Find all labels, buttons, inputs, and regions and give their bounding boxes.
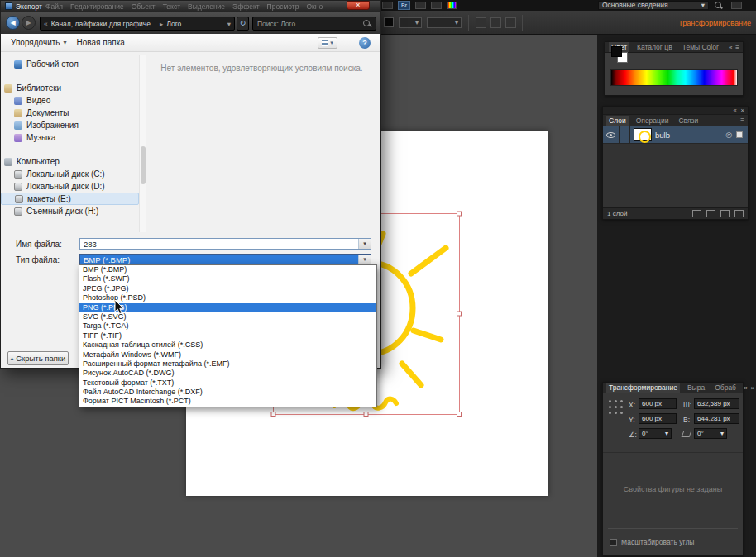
menu-grid-icon[interactable] — [382, 2, 393, 9]
filetype-value[interactable]: BMP (*.BMP) — [80, 255, 358, 264]
cs-live-icon[interactable] — [731, 2, 742, 9]
filetype-option[interactable]: Рисунок AutoCAD (*.DWG) — [79, 369, 376, 378]
transform-panel-link[interactable]: Трансформирование — [678, 19, 751, 27]
shear-dropdown[interactable]: 0° ▾ — [694, 428, 727, 439]
back-button[interactable]: ◀ — [6, 16, 20, 30]
nav-item-disk-d[interactable]: Локальный диск (D:) — [1, 180, 139, 193]
new-folder-button[interactable]: Новая папка — [77, 38, 125, 47]
breadcrumb-root[interactable]: Канал, лайфхаки для графиче... — [51, 20, 156, 28]
nav-scrollbar[interactable] — [139, 55, 146, 232]
width-input[interactable]: 632,589 px — [694, 398, 739, 409]
tab-layers[interactable]: Слои — [606, 116, 629, 126]
filetype-option[interactable]: JPEG (*.JPG) — [79, 284, 376, 293]
target-icon[interactable]: ◎ — [725, 131, 732, 139]
search-icon[interactable] — [715, 2, 722, 9]
filetype-option[interactable]: Метафайл Windows (*.WMF) — [79, 350, 376, 359]
eye-icon[interactable] — [606, 132, 615, 138]
style-dropdown[interactable]: ▾ — [427, 17, 462, 28]
panel-menu-icon[interactable]: ≡ — [735, 44, 739, 51]
collapse-icon[interactable]: « — [744, 384, 747, 392]
nav-item-computer[interactable]: Компьютер — [1, 155, 139, 168]
bridge-icon[interactable]: Br — [398, 1, 410, 10]
scrollbar-thumb[interactable] — [141, 146, 146, 184]
nav-item-pictures[interactable]: Изображения — [1, 119, 139, 131]
screen-mode-icon[interactable] — [431, 2, 442, 9]
filetype-combobox[interactable]: BMP (*.BMP) ▾ — [79, 254, 371, 265]
new-sublayer-icon[interactable] — [706, 210, 715, 217]
workspace-switcher[interactable]: Основные сведения ▾ — [598, 1, 709, 10]
collapse-icon[interactable]: « — [729, 44, 732, 51]
new-layer-icon[interactable] — [720, 210, 730, 217]
layer-row[interactable]: bulb ◎ — [603, 126, 748, 144]
filetype-option[interactable]: Текстовый формат (*.TXT) — [79, 378, 376, 388]
hide-folders-button[interactable]: ▴ Скрыть папки — [7, 351, 69, 365]
nav-item-documents[interactable]: Документы — [1, 107, 139, 119]
tab-color-themes[interactable]: Темы Color — [680, 42, 721, 52]
lock-cell[interactable] — [620, 126, 630, 144]
layer-thumbnail[interactable] — [634, 128, 652, 141]
breadcrumb[interactable]: « Канал, лайфхаки для графиче... ▸ Лого … — [40, 17, 235, 31]
fill-swatch[interactable] — [384, 17, 394, 27]
filetype-option[interactable]: Файл AutoCAD Interchange (*.DXF) — [79, 388, 376, 397]
nav-item-disk-c[interactable]: Локальный диск (C:) — [1, 168, 139, 180]
close-button[interactable]: × — [347, 1, 370, 10]
x-input[interactable]: 600 px — [639, 398, 677, 409]
filetype-option[interactable]: Расширенный формат метафайла (*.EMF) — [79, 359, 376, 369]
graphic-style-icon[interactable] — [505, 17, 516, 28]
filetype-option[interactable]: Targa (*.TGA) — [79, 321, 376, 331]
close-icon[interactable]: × — [750, 384, 754, 392]
filetype-option[interactable]: BMP (*.BMP) — [79, 265, 376, 274]
scale-corners-checkbox[interactable] — [610, 539, 617, 546]
nav-item-disk-h[interactable]: Съемный диск (H:) — [1, 205, 139, 217]
nav-item-music[interactable]: Музыка — [1, 131, 139, 144]
rotate-dropdown[interactable]: 0° ▾ — [639, 428, 672, 439]
filetype-option[interactable]: TIFF (*.TIF) — [79, 331, 376, 340]
chevron-down-icon[interactable]: ▾ — [358, 255, 371, 264]
nav-item-video[interactable]: Видео — [1, 94, 139, 107]
y-input[interactable]: 600 px — [639, 413, 677, 424]
filetype-option[interactable]: Flash (*.SWF) — [79, 274, 376, 283]
chevron-down-icon: ▾ — [330, 40, 333, 46]
help-button[interactable]: ? — [359, 37, 371, 49]
swatch-icon[interactable] — [447, 2, 457, 9]
filename-value[interactable]: 283 — [80, 240, 358, 249]
arrange-documents-icon[interactable] — [415, 2, 426, 9]
breadcrumb-current[interactable]: Лого — [166, 20, 181, 28]
tab-pathfinder[interactable]: Обраб — [712, 383, 739, 393]
nav-item-disk-e[interactable]: макеты (E:) — [1, 193, 139, 205]
visibility-cell[interactable] — [603, 126, 620, 144]
nav-item-libraries[interactable]: Библиотеки — [1, 82, 139, 94]
collapse-icon[interactable]: « — [733, 107, 736, 114]
tab-color-guide[interactable]: Каталог цв — [634, 42, 675, 52]
tab-actions[interactable]: Операции — [634, 116, 672, 126]
tab-transform[interactable]: Трансформирование — [606, 383, 680, 393]
dialog-titlebar[interactable]: Экспорт ФайлРедактирование ОбъектТекст В… — [1, 1, 380, 12]
stroke-weight-dropdown[interactable]: ▾ — [399, 17, 422, 28]
close-icon[interactable]: × — [741, 107, 744, 114]
panel-menu-icon[interactable]: ≡ — [740, 117, 744, 124]
layer-name[interactable]: bulb — [655, 131, 670, 140]
fill-proxy-swatch[interactable] — [611, 46, 622, 57]
tab-links[interactable]: Связи — [676, 116, 701, 126]
filename-combobox[interactable]: 283 ▾ — [79, 238, 371, 250]
reference-point-locator[interactable] — [609, 400, 623, 414]
refresh-button[interactable]: ↻ — [237, 17, 249, 31]
height-input[interactable]: 644,281 px — [694, 413, 739, 424]
view-selector[interactable]: ▾ — [318, 37, 337, 49]
brush-icon[interactable] — [476, 17, 486, 28]
organize-button[interactable]: Упорядочить ▾ — [11, 38, 67, 47]
filetype-option[interactable]: Формат PICT Macintosh (*.PCT) — [79, 397, 376, 406]
chevron-down-icon[interactable]: ▾ — [227, 20, 231, 28]
make-mask-icon[interactable] — [692, 210, 701, 217]
opacity-icon[interactable] — [490, 17, 501, 28]
tab-align[interactable]: Выра — [685, 383, 707, 393]
color-spectrum[interactable] — [610, 69, 738, 86]
filetype-option[interactable]: Каскадная таблица стилей (*.CSS) — [79, 340, 376, 350]
nav-item-desktop[interactable]: Рабочий стол — [1, 58, 139, 70]
chevron-down-icon[interactable]: ▾ — [358, 239, 371, 249]
selection-chip[interactable] — [736, 131, 743, 138]
disk-icon — [14, 183, 22, 191]
search-input[interactable]: Поиск: Лого — [252, 17, 376, 31]
delete-layer-icon[interactable] — [734, 210, 744, 217]
forward-button[interactable]: ▶ — [22, 16, 36, 30]
